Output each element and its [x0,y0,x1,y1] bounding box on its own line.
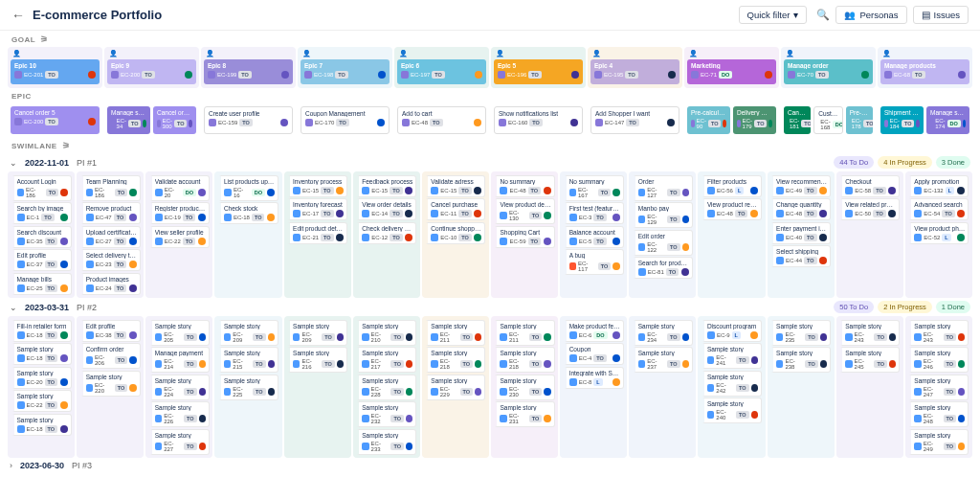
story-card[interactable]: Sample story EC-230 TO [494,375,554,400]
story-card[interactable]: View related products EC-50 TO [839,198,900,220]
story-card[interactable]: Sample story EC-209 TO [218,320,278,346]
story-card[interactable]: Sample story EC-246 TO [908,347,969,373]
story-card[interactable]: Sample story EC-205 TO [149,320,210,346]
story-card[interactable]: Confirm order EC-206 TO [80,343,141,369]
story-card[interactable]: Upload certificates EC-27 TO [80,226,141,248]
story-card[interactable]: Continue shopping EC-10 TO [425,222,485,244]
story-card[interactable]: Sample story EC-225 TO [218,375,278,400]
story-card[interactable]: Sample story EC-209 TO [287,320,347,346]
goal-card[interactable]: Epic 4 EC-195 TO [590,59,679,84]
story-card[interactable]: Check stock EC-18 TO [218,202,278,224]
chevron-icon[interactable]: ⌄ [10,158,17,168]
story-card[interactable]: Sample story EC-220 TO [80,371,141,397]
story-card[interactable]: Sample story EC-240 TO [702,398,762,423]
goal-card[interactable]: Epic 7 EC-198 TO [301,59,390,84]
epic-card[interactable]: Cancel order 2 EC-300 TO [153,106,196,134]
filter-icon[interactable]: ⚞ [62,141,71,150]
goal-card[interactable]: Marketing EC-71 DO [687,59,776,84]
story-card[interactable]: Sample story EC-18 TO [11,414,72,436]
story-card[interactable]: Enter payment info EC-40 TO [770,222,831,244]
story-card[interactable]: View product reviews EC-48 TO [702,198,762,220]
story-card[interactable]: Filter products EC-56 L [702,175,762,197]
story-card[interactable]: Sample story EC-241 TO [702,343,762,369]
swimlane-header[interactable]: › 2023-06-30 PI #3 [0,458,980,473]
story-card[interactable]: Discount program EC-9 L [702,320,762,342]
story-card[interactable]: Inventory process EC-15 TO [287,175,347,197]
story-card[interactable]: Manage bills EC-25 TO [11,273,72,295]
goal-card[interactable]: Epic 10 EC-201 TO [11,59,100,84]
goal-card[interactable]: Epic 6 EC-197 TO [397,59,486,84]
story-card[interactable]: Sample story EC-18 TO [11,343,72,365]
story-card[interactable]: Sample story EC-215 TO [218,347,278,373]
story-card[interactable]: Sample story EC-228 TO [356,375,416,400]
story-card[interactable]: Edit order EC-122 TO [633,230,693,256]
epic-card[interactable]: Add to cart EC-48 TO [397,106,486,134]
story-card[interactable]: Change quantity EC-48 TO [770,198,831,220]
story-card[interactable]: Sample story EC-211 TO [425,320,485,346]
story-card[interactable]: Sample story EC-237 TO [633,347,693,373]
story-card[interactable]: List products updated EC-16 DO [218,175,278,201]
story-card[interactable]: Sample story EC-229 TO [425,375,485,400]
goal-card[interactable]: Manage order EC-70 TO [784,59,873,84]
story-card[interactable]: Sample story EC-245 TO [839,347,900,373]
story-card[interactable]: Make product featured EC-6 DO [564,320,624,342]
story-card[interactable]: Edit product details EC-21 TO [287,222,347,244]
story-card[interactable]: Sample story EC-233 TO [356,429,416,455]
epic-card[interactable]: Pre-call phone SLA EC-178 TO [846,106,873,134]
story-card[interactable]: Sample story EC-234 TO [633,320,693,346]
story-card[interactable]: Sample story EC-226 TO [149,401,210,427]
story-card[interactable]: Sample story EC-235 TO [770,320,831,346]
story-card[interactable]: Sample story EC-247 TO [908,375,969,400]
story-card[interactable]: Validate adress EC-15 TO [425,175,485,197]
goal-card[interactable]: Manage products EC-68 TO [880,59,969,84]
story-card[interactable]: Manbo pay EC-129 TO [633,202,693,228]
story-card[interactable]: Sample story EC-217 TO [356,347,416,373]
epic-card[interactable]: Delivery Management EC-179 TO [733,106,776,134]
story-card[interactable]: Checkout EC-58 TO [839,175,900,197]
story-card[interactable]: Integrate with SNS EC-8 L [564,367,624,389]
story-card[interactable]: Sample story EC-224 TO [149,375,210,400]
story-card[interactable]: Sample story EC-216 TO [287,347,347,373]
story-card[interactable]: Balance account EC-5 TO [564,226,624,248]
quick-filter-button[interactable]: Quick filter▾ [739,6,808,24]
epic-card[interactable]: Shipment management EC-184 TO [880,106,924,134]
epic-card[interactable]: Customer Relationship EC-168 DO [813,106,842,134]
goal-card[interactable]: Epic 5 EC-196 TO [494,59,583,84]
chevron-icon[interactable]: › [10,461,12,470]
story-card[interactable]: Sample story EC-210 TO [356,320,416,346]
filter-icon[interactable]: ⚞ [40,34,49,44]
story-card[interactable]: No summary EC-48 TO [494,175,554,197]
story-card[interactable]: Team Planning EC-186 TO [80,175,141,201]
swimlane-header[interactable]: ⌄ 2023-03-31 PI #2 50 To Do 2 In Progres… [0,298,980,316]
epic-card[interactable]: Show notifications list EC-160 TO [494,106,583,134]
story-card[interactable]: Apply promotion EC-132 L [908,175,969,197]
epic-card[interactable]: Cancel order EC-181 TO [784,106,811,134]
story-card[interactable]: Account Login EC-186 TO [11,175,72,201]
story-card[interactable]: Check delivery status EC-12 TO [356,222,416,244]
story-card[interactable]: Sample story EC-248 TO [908,401,969,427]
story-card[interactable]: Select delivery time EC-23 TO [80,249,141,271]
story-card[interactable]: Search by image EC-1 TO [11,202,72,224]
story-card[interactable]: Search for product EC-81 TO [633,257,693,279]
story-card[interactable]: Cancel purchase EC-11 TO [425,198,485,220]
epic-card[interactable]: Add Shopper I want EC-147 TO [590,106,679,134]
epic-card[interactable]: Manage shipment EC-174 DO [926,106,969,134]
story-card[interactable]: Feedback process EC-15 TO [356,175,416,197]
epic-card[interactable]: Coupon Management EC-170 TO [301,106,390,134]
story-card[interactable]: Sample story EC-232 TO [356,401,416,427]
issues-button[interactable]: ▤Issues [913,6,969,24]
story-card[interactable]: Advanced search EC-54 TO [908,198,969,220]
story-card[interactable]: View seller profile EC-22 TO [149,226,210,248]
story-card[interactable]: Remove product EC-47 TO [80,202,141,224]
back-button[interactable]: ← [11,8,25,23]
epic-card[interactable]: Create user profile EC-159 TO [204,106,293,134]
story-card[interactable]: View product photos EC-52 L [908,222,969,244]
story-card[interactable]: Sample story EC-243 TO [839,320,900,346]
swimlane-header[interactable]: ⌄ 2022-11-01 PI #1 44 To Do 4 In Progres… [0,153,980,171]
story-card[interactable]: Edit profile EC-37 TO [11,249,72,271]
story-card[interactable]: No summary EC-167 TO [564,175,624,201]
story-card[interactable]: Fill-in retailer form EC-18 TO [11,320,72,342]
story-card[interactable]: Sample story EC-218 TO [425,347,485,373]
story-card[interactable]: Sample story EC-243 TO [908,320,969,346]
story-card[interactable]: Validate account EC-20 DO [149,175,210,201]
